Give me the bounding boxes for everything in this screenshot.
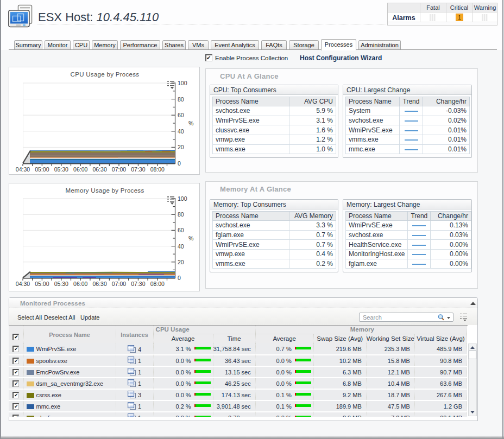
svg-text:100: 100 [178, 80, 187, 86]
svg-text:04:30: 04:30 [16, 166, 30, 173]
svg-text:20: 20 [178, 259, 184, 265]
svg-text:06:00: 06:00 [73, 281, 87, 287]
svg-text:05:00: 05:00 [35, 166, 49, 173]
svg-text:06:30: 06:30 [92, 281, 106, 287]
svg-text:07:30: 07:30 [131, 166, 145, 173]
svg-text:06:00: 06:00 [73, 166, 87, 173]
svg-text:04:30: 04:30 [16, 281, 30, 287]
svg-text:%: % [188, 235, 193, 241]
svg-text:05:30: 05:30 [54, 281, 68, 287]
svg-text:Memory Usage by Process: Memory Usage by Process [66, 187, 144, 194]
svg-text:80: 80 [178, 96, 184, 103]
svg-text:08:00: 08:00 [150, 281, 165, 287]
svg-text:40: 40 [178, 243, 184, 250]
svg-text:0: 0 [178, 275, 181, 281]
svg-text:07:00: 07:00 [112, 281, 126, 287]
svg-text:CPU Usage by Process: CPU Usage by Process [71, 71, 140, 78]
svg-text:07:00: 07:00 [112, 166, 126, 173]
svg-text:08:00: 08:00 [150, 166, 165, 173]
svg-text:%: % [188, 120, 193, 126]
svg-text:05:00: 05:00 [35, 281, 49, 287]
svg-text:60: 60 [178, 112, 184, 118]
svg-text:20: 20 [178, 144, 184, 150]
svg-text:07:30: 07:30 [131, 281, 145, 287]
svg-text:05:30: 05:30 [54, 166, 68, 173]
svg-text:0: 0 [178, 160, 181, 167]
svg-text:100: 100 [178, 195, 187, 202]
svg-text:06:30: 06:30 [92, 166, 106, 173]
svg-text:80: 80 [178, 211, 184, 218]
svg-text:60: 60 [178, 227, 184, 233]
svg-text:40: 40 [178, 128, 184, 135]
